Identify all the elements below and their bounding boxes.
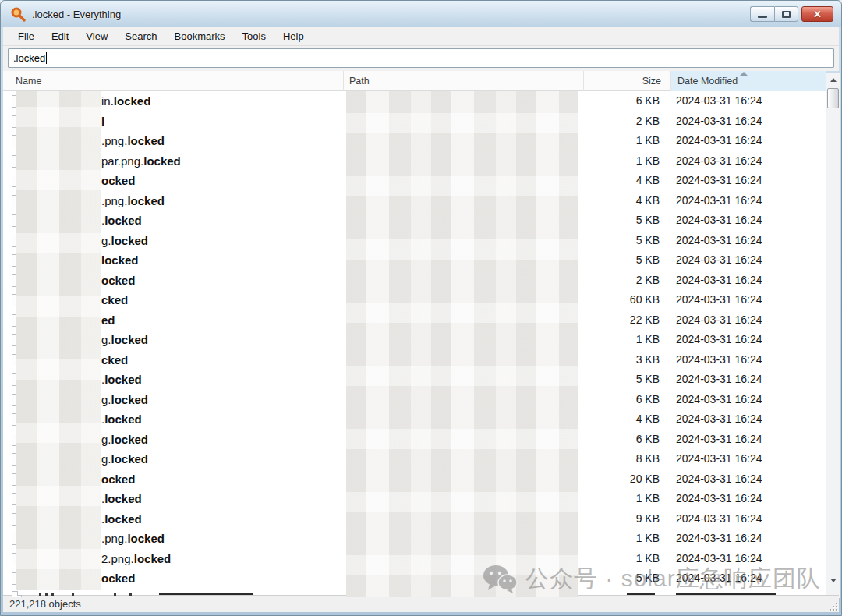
menu-item-search[interactable]: Search <box>116 28 165 44</box>
file-date: 2024-03-31 16:24 <box>676 250 762 271</box>
results-list: in.locked6 KB2024-03-31 16:24l2 KB2024-0… <box>3 91 826 598</box>
search-input[interactable]: .locked <box>8 48 834 68</box>
file-date: 2024-03-31 16:24 <box>676 151 762 172</box>
file-name: .locked <box>101 409 142 430</box>
sort-ascending-icon <box>740 72 748 76</box>
file-date: 2024-03-31 16:24 <box>676 529 762 549</box>
everything-window: .locked - Everything ✕ FileEditViewSearc… <box>0 0 842 616</box>
minimize-button[interactable] <box>750 6 774 22</box>
file-name: .locked <box>101 509 142 529</box>
menu-item-file[interactable]: File <box>9 28 43 44</box>
file-date: 2024-03-31 16:24 <box>676 568 762 589</box>
scrollbar-up-button[interactable] <box>826 73 840 87</box>
file-date: 2024-03-31 16:24 <box>676 449 762 469</box>
window-controls: ✕ <box>750 6 833 22</box>
file-date: 2024-03-31 16:24 <box>676 409 762 430</box>
column-header-name[interactable]: Name <box>3 71 344 91</box>
file-name: .locked <box>101 489 142 509</box>
vertical-scrollbar[interactable] <box>826 73 840 598</box>
column-header-path[interactable]: Path <box>344 71 584 91</box>
search-bar: .locked <box>3 46 839 71</box>
file-date: 2024-03-31 16:24 <box>676 131 762 151</box>
resize-grip[interactable] <box>828 601 837 611</box>
file-name: .png.locked <box>101 131 165 151</box>
search-query-text: .locked <box>13 52 45 64</box>
file-date: 2024-03-31 16:24 <box>676 191 762 211</box>
path-redaction-blur <box>346 91 578 597</box>
file-name: .png.locked <box>101 529 165 549</box>
text-caret <box>46 52 47 64</box>
scrollbar-thumb[interactable] <box>827 88 839 108</box>
everything-search-icon <box>10 6 26 22</box>
file-name: l <box>101 112 104 132</box>
scrollbar-down-button[interactable] <box>826 573 840 587</box>
screen: .locked - Everything ✕ FileEditViewSearc… <box>0 0 842 616</box>
file-name: 2.png.locked <box>101 549 171 569</box>
name-redaction-blur <box>16 91 101 590</box>
file-name: .locked <box>101 211 142 231</box>
file-date: 2024-03-31 16:24 <box>676 469 762 490</box>
column-header-date-modified[interactable]: Date Modified <box>671 71 826 91</box>
file-name: in.locked <box>101 91 150 112</box>
file-date: 2024-03-31 16:24 <box>676 430 762 450</box>
file-name: ocked <box>101 568 135 589</box>
file-date: 2024-03-31 16:24 <box>676 509 762 529</box>
file-date: 2024-03-31 16:24 <box>676 231 762 251</box>
file-date: 2024-03-31 16:24 <box>676 330 762 350</box>
column-header-size[interactable]: Size <box>584 71 671 91</box>
file-name: g.locked <box>101 430 148 450</box>
menu-bar: FileEditViewSearchBookmarksToolsHelp <box>3 27 839 46</box>
file-name: g.locked <box>101 231 148 251</box>
file-date: 2024-03-31 16:24 <box>676 489 762 509</box>
file-name: ocked <box>101 171 135 191</box>
window-title: .locked - Everything <box>32 9 121 20</box>
arrow-down-icon <box>830 579 837 582</box>
menu-item-help[interactable]: Help <box>274 28 313 44</box>
minimize-icon <box>758 16 767 18</box>
arrow-up-icon <box>830 78 837 82</box>
file-name: locked <box>101 250 139 271</box>
maximize-icon <box>782 11 791 18</box>
maximize-button[interactable] <box>774 6 798 22</box>
status-bar: 221,218 objects <box>3 595 839 612</box>
file-date: 2024-03-31 16:24 <box>676 549 762 569</box>
file-date: 2024-03-31 16:24 <box>676 390 762 410</box>
file-name: ocked <box>101 469 135 490</box>
file-name: cked <box>101 350 128 370</box>
file-date: 2024-03-31 16:24 <box>676 350 762 370</box>
file-name: par.png.locked <box>101 151 181 172</box>
menu-item-bookmarks[interactable]: Bookmarks <box>166 28 234 44</box>
file-date: 2024-03-31 16:24 <box>676 271 762 291</box>
file-name: g.locked <box>101 330 148 350</box>
file-name: g.locked <box>101 449 148 469</box>
file-name: ocked <box>101 271 135 291</box>
file-date: 2024-03-31 16:24 <box>676 290 762 310</box>
file-name: cked <box>101 290 128 310</box>
file-date: 2024-03-31 16:24 <box>676 370 762 390</box>
menu-item-edit[interactable]: Edit <box>43 28 77 44</box>
file-date: 2024-03-31 16:24 <box>676 211 762 231</box>
object-count: 221,218 objects <box>9 598 81 610</box>
file-date: 2024-03-31 16:24 <box>676 112 762 132</box>
file-name: ed <box>101 310 115 331</box>
title-bar[interactable]: .locked - Everything ✕ <box>1 1 841 27</box>
menu-item-tools[interactable]: Tools <box>234 28 274 44</box>
menu-item-view[interactable]: View <box>77 28 116 44</box>
file-date: 2024-03-31 16:24 <box>676 91 762 112</box>
file-icon <box>12 591 22 597</box>
close-button[interactable]: ✕ <box>801 6 833 22</box>
column-header-row: Name Path Size Date Modified <box>3 71 826 91</box>
file-name: .locked <box>101 370 142 390</box>
file-name: g.locked <box>101 390 148 410</box>
file-date: 2024-03-31 16:24 <box>676 171 762 191</box>
file-date: 2024-03-31 16:24 <box>676 310 762 331</box>
close-icon: ✕ <box>813 9 822 19</box>
file-name: .png.locked <box>101 191 165 211</box>
